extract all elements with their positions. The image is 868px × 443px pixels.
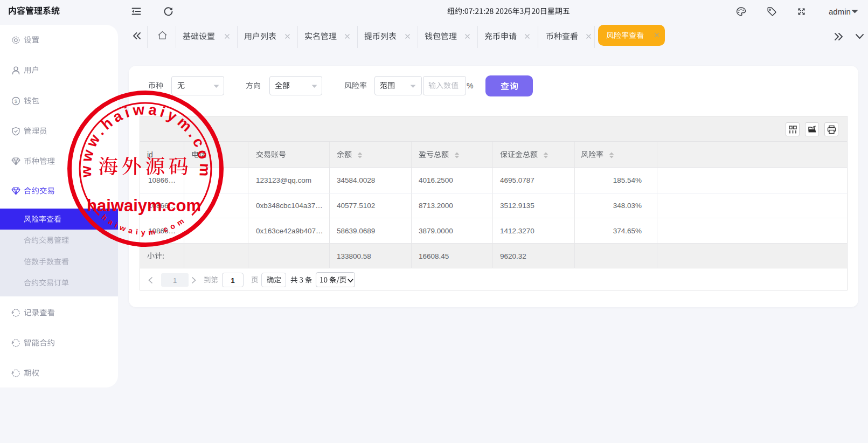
svg-text:www.haiwaiym.com: www.haiwaiym.com [78,101,214,180]
svg-text:haiwaiym.com: haiwaiym.com [87,196,201,215]
svg-text:$: $ [15,99,17,104]
svg-text:haiwaiym.com: haiwaiym.com [100,212,189,237]
